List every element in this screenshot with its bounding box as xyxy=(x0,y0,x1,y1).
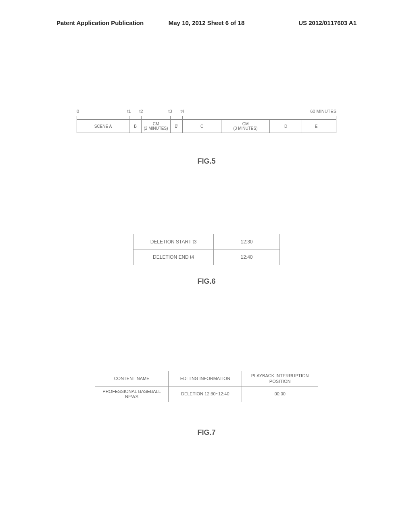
table-row: DELETION END t4 12:40 xyxy=(133,249,280,265)
fig6-table: DELETION START t3 12:30 DELETION END t4 … xyxy=(133,234,280,265)
fig6-value: 12:40 xyxy=(214,249,280,265)
segment-cm2: CM (3 MINUTES) xyxy=(221,120,270,133)
segment-sub: (3 MINUTES) xyxy=(234,126,258,131)
fig6-value: 12:30 xyxy=(214,234,280,249)
segment-b-prime: B' xyxy=(171,120,183,133)
segment-label: B xyxy=(134,124,137,129)
fig7-playback-pos: 00:00 xyxy=(242,387,318,402)
table-header-row: CONTENT NAME EDITING INFORMATION PLAYBAC… xyxy=(95,371,318,387)
timeline-segments: SCENE A B CM (2 MINUTES) B' C CM (3 MINU… xyxy=(77,119,336,133)
segment-d: D xyxy=(270,120,302,133)
marker-t2: t2 xyxy=(139,109,143,114)
fig7-header-playback-l2: POSITION xyxy=(269,379,291,384)
fig7-caption: FIG.7 xyxy=(95,428,318,437)
page-header: Patent Application Publication May 10, 2… xyxy=(0,19,413,26)
segment-label: SCENE A xyxy=(94,124,112,129)
fig6-caption: FIG.6 xyxy=(133,277,280,286)
segment-label: CM xyxy=(242,122,249,126)
segment-label: CM xyxy=(153,122,159,126)
timeline-markers: 0 t1 t2 t3 t4 60 MINUTES xyxy=(77,109,336,116)
segment-e: E xyxy=(302,120,330,133)
fig7-editing-info: DELETION 12:30~12:40 xyxy=(169,387,242,402)
fig7-header-content-name: CONTENT NAME xyxy=(95,371,169,386)
fig6-label: DELETION END t4 xyxy=(133,249,214,265)
segment-label: B' xyxy=(175,124,178,129)
fig7-content-name: PROFESSIONAL BASEBALL NEWS xyxy=(95,387,169,402)
header-left: Patent Application Publication xyxy=(56,19,156,26)
table-row: DELETION START t3 12:30 xyxy=(133,234,280,249)
segment-label: E xyxy=(315,124,318,129)
fig7-table: CONTENT NAME EDITING INFORMATION PLAYBAC… xyxy=(95,371,318,402)
segment-label: C xyxy=(200,124,203,129)
segment-sub: (2 MINUTES) xyxy=(144,126,168,131)
fig6-label: DELETION START t3 xyxy=(133,234,214,249)
header-center: May 10, 2012 Sheet 6 of 18 xyxy=(156,19,257,26)
segment-b: B xyxy=(129,120,142,133)
marker-t1: t1 xyxy=(127,109,131,114)
marker-t4: t4 xyxy=(180,109,184,114)
fig7-content-name-l1: PROFESSIONAL BASEBALL xyxy=(102,389,161,394)
segment-c: C xyxy=(183,120,221,133)
marker-end: 60 MINUTES xyxy=(310,109,336,114)
fig7-header-playback-l1: PLAYBACK INTERRUPTION xyxy=(251,373,309,378)
segment-scene-a: SCENE A xyxy=(77,120,129,133)
segment-cm1: CM (2 MINUTES) xyxy=(142,120,171,133)
fig7-header-playback: PLAYBACK INTERRUPTION POSITION xyxy=(242,371,318,386)
header-right: US 2012/0117603 A1 xyxy=(257,19,357,26)
timeline-ticks xyxy=(77,116,336,119)
fig6: DELETION START t3 12:30 DELETION END t4 … xyxy=(133,234,280,286)
fig7-content-name-l2: NEWS xyxy=(125,394,138,399)
fig5-caption: FIG.5 xyxy=(77,157,336,166)
marker-0: 0 xyxy=(77,109,79,114)
marker-t3: t3 xyxy=(168,109,172,114)
segment-label: D xyxy=(284,124,287,129)
fig5: 0 t1 t2 t3 t4 60 MINUTES SCENE A B CM (2… xyxy=(77,109,336,166)
table-row: PROFESSIONAL BASEBALL NEWS DELETION 12:3… xyxy=(95,387,318,402)
fig7-header-editing-info: EDITING INFORMATION xyxy=(169,371,242,386)
fig7: CONTENT NAME EDITING INFORMATION PLAYBAC… xyxy=(95,371,318,437)
